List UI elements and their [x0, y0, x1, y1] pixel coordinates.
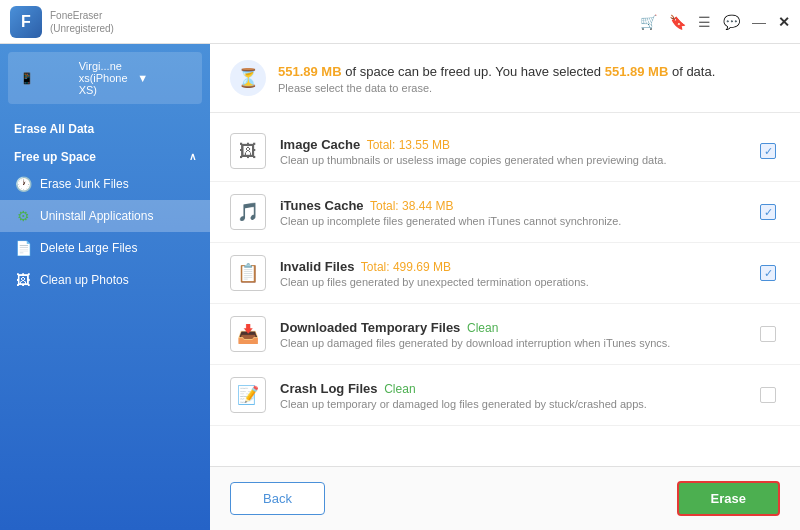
- sidebar-item-label: Delete Large Files: [40, 241, 137, 255]
- cart-icon[interactable]: 🛒: [640, 14, 657, 30]
- checkbox-checked[interactable]: ✓: [760, 204, 776, 220]
- sidebar-item-clean-photos[interactable]: 🖼 Clean up Photos: [0, 264, 210, 296]
- sidebar: 📱 Virgi...ne xs(iPhone XS) ▼ Erase All D…: [0, 44, 210, 530]
- window-controls: 🛒 🔖 ☰ 💬 — ✕: [640, 14, 790, 30]
- file-icon: 📝: [230, 377, 266, 413]
- info-prefix: of space can be freed up. You have selec…: [345, 64, 604, 79]
- checkbox-unchecked[interactable]: [760, 326, 776, 342]
- erase-section-title: Erase All Data: [0, 112, 210, 140]
- main-layout: 📱 Virgi...ne xs(iPhone XS) ▼ Erase All D…: [0, 44, 800, 530]
- info-bar: ⏳ 551.89 MB of space can be freed up. Yo…: [210, 44, 800, 113]
- close-icon[interactable]: ✕: [778, 14, 790, 30]
- app-logo: F: [10, 6, 42, 38]
- back-button[interactable]: Back: [230, 482, 325, 515]
- footer: Back Erase: [210, 466, 800, 530]
- info-suffix: of data.: [672, 64, 715, 79]
- file-desc: Clean up files generated by unexpected t…: [280, 276, 746, 288]
- file-body: Crash Log Files Clean Clean up temporary…: [280, 381, 746, 410]
- content-area: ⏳ 551.89 MB of space can be freed up. Yo…: [210, 44, 800, 530]
- sidebar-item-label: Uninstall Applications: [40, 209, 153, 223]
- chat-icon[interactable]: 💬: [723, 14, 740, 30]
- gear-icon: ⚙: [14, 208, 32, 224]
- title-bar: F FoneEraser (Unregistered) 🛒 🔖 ☰ 💬 — ✕: [0, 0, 800, 44]
- sidebar-item-label: Clean up Photos: [40, 273, 129, 287]
- file-body: Invalid Files Total: 499.69 MB Clean up …: [280, 259, 746, 288]
- info-main-text: 551.89 MB of space can be freed up. You …: [278, 62, 715, 82]
- file-body: iTunes Cache Total: 38.44 MB Clean up in…: [280, 198, 746, 227]
- checkbox-unchecked[interactable]: [760, 387, 776, 403]
- chevron-down-icon: ▼: [137, 72, 190, 84]
- file-title: Invalid Files Total: 499.69 MB: [280, 259, 746, 274]
- file-body: Downloaded Temporary Files Clean Clean u…: [280, 320, 746, 349]
- file-title: Downloaded Temporary Files Clean: [280, 320, 746, 335]
- file-item-itunes-cache: 🎵 iTunes Cache Total: 38.44 MB Clean up …: [210, 182, 800, 243]
- file-desc: Clean up temporary or damaged log files …: [280, 398, 746, 410]
- file-title: Image Cache Total: 13.55 MB: [280, 137, 746, 152]
- info-sub-text: Please select the data to erase.: [278, 82, 715, 94]
- file-icon: 🎵: [230, 194, 266, 230]
- file-icon: 📥: [230, 316, 266, 352]
- app-title: FoneEraser (Unregistered): [50, 9, 114, 35]
- file-body: Image Cache Total: 13.55 MB Clean up thu…: [280, 137, 746, 166]
- checkbox-checked[interactable]: ✓: [760, 143, 776, 159]
- device-label: Virgi...ne xs(iPhone XS): [79, 60, 132, 96]
- file-desc: Clean up incomplete files generated when…: [280, 215, 746, 227]
- minimize-icon[interactable]: —: [752, 14, 766, 30]
- checkbox-checked[interactable]: ✓: [760, 265, 776, 281]
- doc-icon: 📄: [14, 240, 32, 256]
- sidebar-item-delete-large[interactable]: 📄 Delete Large Files: [0, 232, 210, 264]
- sidebar-item-uninstall-apps[interactable]: ⚙ Uninstall Applications: [0, 200, 210, 232]
- file-item-invalid-files: 📋 Invalid Files Total: 499.69 MB Clean u…: [210, 243, 800, 304]
- sidebar-item-label: Erase Junk Files: [40, 177, 129, 191]
- checkbox-area[interactable]: [760, 387, 780, 403]
- file-item-downloaded-temp: 📥 Downloaded Temporary Files Clean Clean…: [210, 304, 800, 365]
- device-icon: 📱: [20, 72, 73, 85]
- file-list: 🖼 Image Cache Total: 13.55 MB Clean up t…: [210, 113, 800, 466]
- file-item-image-cache: 🖼 Image Cache Total: 13.55 MB Clean up t…: [210, 121, 800, 182]
- erase-button[interactable]: Erase: [677, 481, 780, 516]
- file-item-crash-log: 📝 Crash Log Files Clean Clean up tempora…: [210, 365, 800, 426]
- checkbox-area[interactable]: [760, 326, 780, 342]
- checkbox-area[interactable]: ✓: [760, 204, 780, 220]
- bookmark-icon[interactable]: 🔖: [669, 14, 686, 30]
- free-section-title: Free up Space ∧: [0, 140, 210, 168]
- file-desc: Clean up thumbnails or useless image cop…: [280, 154, 746, 166]
- file-title: Crash Log Files Clean: [280, 381, 746, 396]
- app-branding: F FoneEraser (Unregistered): [10, 6, 114, 38]
- checkbox-area[interactable]: ✓: [760, 143, 780, 159]
- clock-icon: 🕐: [14, 176, 32, 192]
- checkbox-area[interactable]: ✓: [760, 265, 780, 281]
- hourglass-icon: ⏳: [230, 60, 266, 96]
- file-icon: 🖼: [230, 133, 266, 169]
- file-desc: Clean up damaged files generated by down…: [280, 337, 746, 349]
- sidebar-item-erase-junk[interactable]: 🕐 Erase Junk Files: [0, 168, 210, 200]
- info-text-block: 551.89 MB of space can be freed up. You …: [278, 62, 715, 94]
- image-icon: 🖼: [14, 272, 32, 288]
- menu-icon[interactable]: ☰: [698, 14, 711, 30]
- free-section-chevron: ∧: [189, 151, 196, 162]
- file-icon: 📋: [230, 255, 266, 291]
- selected-amount: 551.89 MB: [605, 64, 669, 79]
- file-title: iTunes Cache Total: 38.44 MB: [280, 198, 746, 213]
- device-selector[interactable]: 📱 Virgi...ne xs(iPhone XS) ▼: [8, 52, 202, 104]
- space-amount: 551.89 MB: [278, 64, 342, 79]
